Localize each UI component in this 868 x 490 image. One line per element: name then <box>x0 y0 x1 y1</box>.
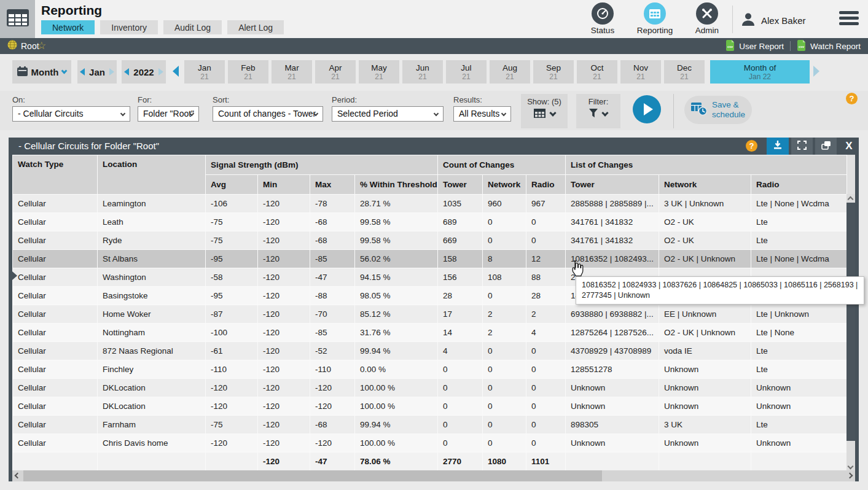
save-schedule-button[interactable]: Save &schedule <box>684 96 752 124</box>
nav-reporting-label: Reporting <box>633 26 677 35</box>
col-radio[interactable]: Radio <box>751 175 847 195</box>
col-network[interactable]: Network <box>483 175 526 195</box>
month-button-oct21[interactable]: Oct21 <box>577 60 617 84</box>
month-prev-icon[interactable] <box>80 68 85 76</box>
months-scroll-left-icon[interactable] <box>173 66 179 77</box>
scroll-right-icon[interactable] <box>847 473 853 479</box>
month-button-mar21[interactable]: Mar21 <box>272 60 312 84</box>
scroll-left-icon[interactable] <box>15 473 21 479</box>
vertical-scrollbar[interactable] <box>846 194 855 470</box>
nav-reporting-button[interactable]: Reporting <box>633 2 677 35</box>
col-tower[interactable]: Tower <box>438 175 483 195</box>
cell: 0 <box>483 397 526 416</box>
totals-cell: -47 <box>310 453 355 471</box>
table-row[interactable]: CellularRyde-75-120-6899.58 %66900341761… <box>13 231 847 250</box>
app-logo[interactable] <box>0 0 35 38</box>
months-scroll-right-icon[interactable] <box>813 66 819 77</box>
download-button[interactable] <box>767 138 789 155</box>
table-row[interactable]: Cellular872 Naas Regional-61-120-5299.94… <box>13 342 847 360</box>
cell: Unknown <box>751 379 847 397</box>
cell: Lte <box>751 231 847 250</box>
show-columns-button[interactable]: Show: (5) <box>521 94 568 128</box>
on-select[interactable]: - Cellular Circuits <box>12 106 130 122</box>
horizontal-scrollbar-thumb[interactable] <box>23 470 602 481</box>
year-next-icon[interactable] <box>158 68 163 76</box>
period-select[interactable]: Selected Period <box>332 106 444 122</box>
cell: 2 <box>483 324 526 342</box>
close-button[interactable]: X <box>839 138 859 155</box>
tab-alert-log[interactable]: Alert Log <box>227 20 284 34</box>
user-report-button[interactable]: csv User Report <box>725 40 784 53</box>
col-location[interactable]: Location <box>98 155 206 195</box>
results-select[interactable]: All Results <box>453 106 511 122</box>
cell: 0 <box>483 379 526 397</box>
totals-cell <box>13 453 98 471</box>
month-button-may21[interactable]: May21 <box>359 60 399 84</box>
tab-audit-log[interactable]: Audit Log <box>163 20 222 34</box>
month-button-jul21[interactable]: Jul21 <box>446 60 487 84</box>
table-row[interactable]: CellularLeath-75-120-6899.58 %6890034176… <box>13 213 847 231</box>
run-report-button[interactable] <box>633 95 661 123</box>
vertical-scrollbar-thumb[interactable] <box>846 203 855 441</box>
col-max[interactable]: Max <box>310 175 355 195</box>
month-button-nov21[interactable]: Nov21 <box>620 60 661 84</box>
month-button-jan21[interactable]: Jan21 <box>184 60 225 84</box>
col-group-list[interactable]: List of Changes <box>566 155 847 175</box>
cell: -120 <box>258 231 310 250</box>
panel-help-button[interactable]: ? <box>746 140 757 152</box>
month-button-apr21[interactable]: Apr21 <box>315 60 356 84</box>
col-group-signal[interactable]: Signal Strength (dBm) <box>206 155 438 175</box>
scroll-up-icon[interactable] <box>848 196 854 203</box>
col-tower[interactable]: Tower <box>566 175 659 195</box>
month-button-dec21[interactable]: Dec21 <box>664 60 705 84</box>
cell: -120 <box>258 379 310 397</box>
user-menu[interactable]: Alex Baker <box>740 11 806 29</box>
fullscreen-button[interactable] <box>791 138 813 155</box>
breadcrumb-root[interactable]: Root <box>7 38 39 54</box>
col-radio[interactable]: Radio <box>526 175 566 195</box>
tab-network[interactable]: Network <box>41 20 95 34</box>
favorite-star-icon[interactable]: ☆ <box>37 41 46 51</box>
help-button[interactable]: ? <box>846 93 858 104</box>
table-row[interactable]: CellularFarnham-75-120-6899.94 %00089830… <box>13 416 847 434</box>
table-row[interactable]: CellularSt Albans-95-120-8556.02 %158812… <box>13 250 847 268</box>
table-row[interactable]: CellularNottingham-100-120-8531.76 %1424… <box>13 324 847 342</box>
year-prev-icon[interactable] <box>124 68 129 76</box>
table-columns-icon <box>534 109 545 120</box>
cell: -120 <box>258 342 310 360</box>
col-network[interactable]: Network <box>659 175 751 195</box>
month-button-aug21[interactable]: Aug21 <box>490 60 530 84</box>
period-mode-dropdown[interactable]: Month <box>12 60 71 84</box>
hamburger-menu-icon[interactable] <box>839 11 859 28</box>
for-select[interactable]: Folder "Root" <box>138 106 199 122</box>
tab-inventory[interactable]: Inventory <box>100 20 158 34</box>
cell: 100.00 % <box>355 397 438 416</box>
table-row[interactable]: CellularDKLocation-120-120-120100.00 %00… <box>13 379 847 397</box>
nav-admin-button[interactable]: Admin <box>685 2 729 35</box>
month-button-jun21[interactable]: Jun21 <box>402 60 443 84</box>
col-avg[interactable]: Avg <box>206 175 258 195</box>
nav-status-button[interactable]: Status <box>581 2 625 35</box>
sort-select[interactable]: Count of changes - Tower <box>213 106 323 122</box>
popout-button[interactable] <box>815 138 837 155</box>
col--within-threshold[interactable]: % Within Threshold <box>355 175 438 195</box>
col-group-count[interactable]: Count of Changes <box>438 155 566 175</box>
scroll-down-icon[interactable] <box>848 464 854 470</box>
table-row[interactable]: CellularFinchley-110-120-1100.00 %000128… <box>13 360 847 379</box>
month-button-sep21[interactable]: Sep21 <box>533 60 574 84</box>
filter-button[interactable]: Filter: <box>576 94 620 128</box>
month-button-selected[interactable]: Month of Jan 22 <box>710 60 810 84</box>
col-watch-type[interactable]: Watch Type <box>13 155 98 195</box>
month-button-feb21[interactable]: Feb21 <box>228 60 268 84</box>
watch-report-button[interactable]: csv Watch Report <box>797 40 861 53</box>
chevron-down-icon <box>549 109 556 116</box>
table-row[interactable]: CellularLeamington-106-120-7828.71 %1035… <box>13 195 847 213</box>
horizontal-scrollbar[interactable] <box>12 470 855 481</box>
table-row[interactable]: CellularHome Woker-87-120-7085.12 %17226… <box>13 305 847 324</box>
col-min[interactable]: Min <box>258 175 310 195</box>
month-next-icon[interactable] <box>109 68 114 76</box>
cell: 0 <box>483 342 526 360</box>
table-row[interactable]: CellularDKLocation-120-120-120100.00 %00… <box>13 397 847 416</box>
table-row[interactable]: CellularChris Davis home-120-120-120100.… <box>13 434 847 453</box>
cell: 99.58 % <box>355 231 438 250</box>
